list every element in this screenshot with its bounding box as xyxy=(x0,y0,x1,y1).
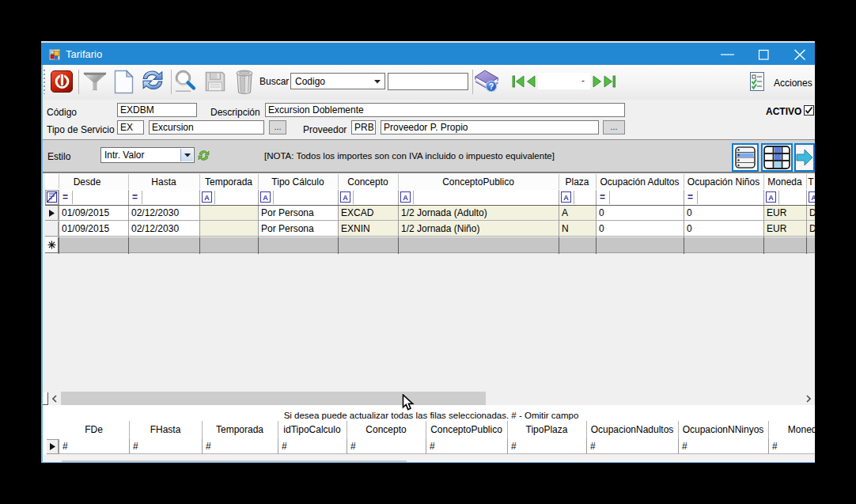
svg-text:A: A xyxy=(811,194,815,202)
svg-text:A: A xyxy=(563,194,569,202)
svg-text:A: A xyxy=(204,194,210,202)
svg-text:A: A xyxy=(403,194,408,202)
svg-text:A: A xyxy=(343,194,348,202)
svg-text:?: ? xyxy=(489,82,494,91)
svg-text:A: A xyxy=(263,194,268,202)
svg-text:A: A xyxy=(768,194,774,202)
